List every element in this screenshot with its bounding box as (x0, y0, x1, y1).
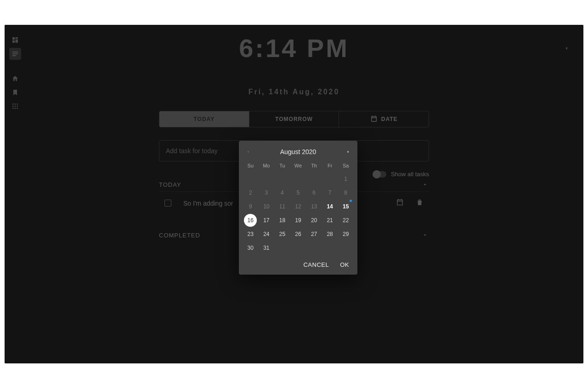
day-7: 7 (323, 186, 336, 199)
day-19[interactable]: 19 (292, 214, 305, 227)
current-date: Fri, 14th Aug, 2020 (249, 88, 340, 96)
day-13: 13 (308, 200, 321, 213)
day-31[interactable]: 31 (260, 242, 273, 254)
date-tabs: TODAY TOMORROW DATE (159, 111, 429, 127)
day-26[interactable]: 26 (292, 228, 305, 241)
day-28[interactable]: 28 (323, 228, 336, 241)
dow-th: Th (306, 160, 322, 172)
tab-date-label: DATE (381, 116, 398, 122)
day-27[interactable]: 27 (308, 228, 321, 241)
day-8: 8 (339, 186, 352, 199)
task-checkbox[interactable] (164, 200, 171, 207)
picker-cancel-button[interactable]: CANCEL (303, 261, 329, 268)
task-delete-icon[interactable] (416, 198, 424, 208)
day-23[interactable]: 23 (244, 228, 257, 241)
chevron-up-icon (421, 180, 429, 189)
day-16[interactable]: 16 (244, 214, 257, 227)
day-1: 1 (339, 172, 352, 185)
tab-date[interactable]: DATE (339, 111, 429, 127)
date-picker: August 2020 Su Mo Tu We Th Fr Sa 1 2 3 4… (239, 141, 357, 275)
app-frame: 6:14 PM Fri, 14th Aug, 2020 TODAY TOMORR… (5, 25, 583, 363)
day-17[interactable]: 17 (260, 214, 273, 227)
dow-we: We (290, 160, 306, 172)
dow-su: Su (243, 160, 259, 172)
day-14[interactable]: 14 (323, 200, 336, 213)
day-21[interactable]: 21 (323, 214, 336, 227)
day-18[interactable]: 18 (276, 214, 288, 227)
dow-mo: Mo (259, 160, 275, 172)
day-22[interactable]: 22 (339, 214, 352, 227)
dow-tu: Tu (274, 160, 290, 172)
chevron-down-icon (421, 231, 429, 239)
picker-month-title[interactable]: August 2020 (280, 148, 317, 155)
show-all-toggle[interactable] (373, 171, 386, 178)
completed-section-title: COMPLETED (159, 232, 200, 239)
dow-sa: Sa (338, 160, 354, 172)
day-25[interactable]: 25 (276, 228, 288, 241)
day-30[interactable]: 30 (244, 242, 257, 254)
day-15[interactable]: 15 (339, 200, 352, 213)
show-all-label: Show all tasks (391, 171, 429, 178)
day-24[interactable]: 24 (260, 228, 273, 241)
tab-today[interactable]: TODAY (159, 111, 249, 127)
calendar-icon (370, 115, 378, 124)
day-10: 10 (260, 200, 273, 213)
day-11: 11 (276, 200, 288, 213)
day-2: 2 (244, 186, 257, 199)
today-section-title: TODAY (159, 181, 181, 188)
day-12: 12 (292, 200, 305, 213)
day-4: 4 (276, 186, 288, 199)
day-5: 5 (292, 186, 305, 199)
picker-next-month[interactable] (341, 145, 356, 158)
tab-tomorrow[interactable]: TOMORROW (249, 111, 339, 127)
day-3: 3 (260, 186, 273, 199)
task-date-icon[interactable] (396, 198, 404, 208)
day-20[interactable]: 20 (308, 214, 321, 227)
picker-prev-month[interactable] (241, 145, 255, 158)
picker-ok-button[interactable]: OK (340, 261, 349, 268)
day-29[interactable]: 29 (339, 228, 352, 241)
dow-fr: Fr (322, 160, 338, 172)
day-9: 9 (244, 200, 257, 213)
day-6: 6 (308, 186, 321, 199)
clock-time: 6:14 PM (239, 33, 349, 63)
event-dot-icon (350, 200, 352, 202)
